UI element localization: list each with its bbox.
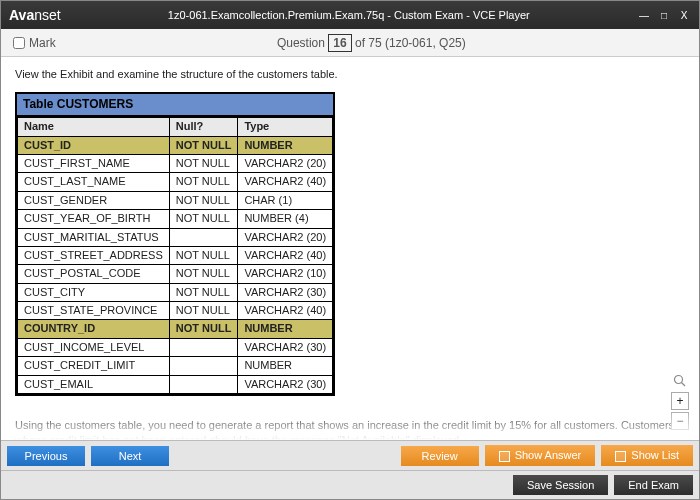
col-name: Name (18, 118, 170, 136)
question-word: Question (277, 36, 325, 50)
cell-name: CUST_CREDIT_LIMIT (18, 357, 170, 375)
question-number: 16 (328, 34, 351, 52)
cell-name: CUST_YEAR_OF_BIRTH (18, 210, 170, 228)
cell-name: CUST_GENDER (18, 191, 170, 209)
table-row: CUST_CITYNOT NULLVARCHAR2 (30) (18, 283, 333, 301)
cell-name: COUNTRY_ID (18, 320, 170, 338)
question-total: of 75 (1z0-061, Q25) (355, 36, 466, 50)
customers-table-box: Table CUSTOMERS Name Null? Type CUST_IDN… (15, 92, 335, 396)
cell-type: CHAR (1) (238, 191, 333, 209)
cell-name: CUST_CITY (18, 283, 170, 301)
previous-button[interactable]: Previous (7, 446, 85, 466)
cell-name: CUST_FIRST_NAME (18, 154, 170, 172)
cell-name: CUST_POSTAL_CODE (18, 265, 170, 283)
close-button[interactable]: X (677, 8, 691, 22)
table-row: CUST_FIRST_NAMENOT NULLVARCHAR2 (20) (18, 154, 333, 172)
cell-type: VARCHAR2 (30) (238, 338, 333, 356)
question-paragraph-1: Using the customers table, you need to g… (15, 418, 685, 440)
show-list-button[interactable]: Show List (601, 445, 693, 466)
cell-type: VARCHAR2 (30) (238, 283, 333, 301)
table-row: CUST_INCOME_LEVELVARCHAR2 (30) (18, 338, 333, 356)
app-window: Avanset 1z0-061.Examcollection.Premium.E… (0, 0, 700, 500)
svg-point-0 (675, 376, 683, 384)
logo-part: nset (34, 7, 60, 23)
exhibit-instruction: View the Exhibit and examine the structu… (15, 67, 685, 82)
table-row: CUST_STATE_PROVINCENOT NULLVARCHAR2 (40) (18, 302, 333, 320)
show-answer-label: Show Answer (515, 449, 582, 461)
cell-type: NUMBER (238, 357, 333, 375)
cell-name: CUST_MARITIAL_STATUS (18, 228, 170, 246)
cell-type: VARCHAR2 (20) (238, 228, 333, 246)
zoom-in-button[interactable]: + (671, 392, 689, 410)
titlebar: Avanset 1z0-061.Examcollection.Premium.E… (1, 1, 699, 29)
question-counter: Question 16 of 75 (1z0-061, Q25) (56, 36, 687, 50)
cell-null: NOT NULL (169, 173, 238, 191)
app-logo: Avanset (9, 7, 61, 23)
cell-type: VARCHAR2 (20) (238, 154, 333, 172)
mark-checkbox-label[interactable]: Mark (13, 36, 56, 50)
footer-toolbar: Previous Next Review Show Answer Show Li… (1, 440, 699, 470)
table-caption: Table CUSTOMERS (17, 94, 333, 117)
zoom-out-button[interactable]: − (671, 412, 689, 430)
svg-line-1 (682, 383, 686, 387)
end-exam-button[interactable]: End Exam (614, 475, 693, 495)
customers-table: Name Null? Type CUST_IDNOT NULLNUMBERCUS… (17, 117, 333, 394)
footer-toolbar-2: Save Session End Exam (1, 470, 699, 499)
cell-name: CUST_INCOME_LEVEL (18, 338, 170, 356)
logo-letter: A (9, 7, 19, 23)
review-label: Review (422, 450, 458, 462)
table-row: CUST_CREDIT_LIMITNUMBER (18, 357, 333, 375)
cell-type: VARCHAR2 (40) (238, 302, 333, 320)
cell-name: CUST_STATE_PROVINCE (18, 302, 170, 320)
cell-null: NOT NULL (169, 136, 238, 154)
save-session-button[interactable]: Save Session (513, 475, 608, 495)
table-row: CUST_IDNOT NULLNUMBER (18, 136, 333, 154)
cell-null (169, 357, 238, 375)
cell-null (169, 228, 238, 246)
cell-type: VARCHAR2 (30) (238, 375, 333, 393)
table-row: COUNTRY_IDNOT NULLNUMBER (18, 320, 333, 338)
cell-null (169, 375, 238, 393)
cell-type: NUMBER (4) (238, 210, 333, 228)
table-row: CUST_MARITIAL_STATUSVARCHAR2 (20) (18, 228, 333, 246)
minimize-button[interactable]: — (637, 8, 651, 22)
logo-part: va (19, 7, 35, 23)
col-null: Null? (169, 118, 238, 136)
table-header-row: Name Null? Type (18, 118, 333, 136)
cell-name: CUST_LAST_NAME (18, 173, 170, 191)
cell-null: NOT NULL (169, 302, 238, 320)
cell-type: NUMBER (238, 136, 333, 154)
window-controls: — □ X (637, 8, 691, 22)
cell-name: CUST_STREET_ADDRESS (18, 246, 170, 264)
cell-null: NOT NULL (169, 265, 238, 283)
cell-null: NOT NULL (169, 210, 238, 228)
table-row: CUST_EMAILVARCHAR2 (30) (18, 375, 333, 393)
table-row: CUST_GENDERNOT NULLCHAR (1) (18, 191, 333, 209)
show-answer-check (499, 451, 510, 462)
cell-name: CUST_ID (18, 136, 170, 154)
show-list-check (615, 451, 626, 462)
cell-type: VARCHAR2 (40) (238, 246, 333, 264)
show-answer-button[interactable]: Show Answer (485, 445, 596, 466)
zoom-controls: + − (671, 372, 689, 430)
window-title: 1z0-061.Examcollection.Premium.Exam.75q … (61, 9, 637, 21)
table-row: CUST_STREET_ADDRESSNOT NULLVARCHAR2 (40) (18, 246, 333, 264)
maximize-button[interactable]: □ (657, 8, 671, 22)
cell-name: CUST_EMAIL (18, 375, 170, 393)
col-type: Type (238, 118, 333, 136)
cell-null: NOT NULL (169, 191, 238, 209)
table-row: CUST_POSTAL_CODENOT NULLVARCHAR2 (10) (18, 265, 333, 283)
table-row: CUST_YEAR_OF_BIRTHNOT NULLNUMBER (4) (18, 210, 333, 228)
magnifier-icon[interactable] (671, 372, 689, 390)
cell-null: NOT NULL (169, 283, 238, 301)
next-button[interactable]: Next (91, 446, 169, 466)
mark-label-text: Mark (29, 36, 56, 50)
table-row: CUST_LAST_NAMENOT NULLVARCHAR2 (40) (18, 173, 333, 191)
cell-null: NOT NULL (169, 246, 238, 264)
cell-type: VARCHAR2 (40) (238, 173, 333, 191)
question-content[interactable]: View the Exhibit and examine the structu… (1, 57, 699, 440)
review-button[interactable]: Review (401, 446, 479, 466)
question-header: Mark Question 16 of 75 (1z0-061, Q25) (1, 29, 699, 57)
cell-type: VARCHAR2 (10) (238, 265, 333, 283)
mark-checkbox[interactable] (13, 37, 25, 49)
